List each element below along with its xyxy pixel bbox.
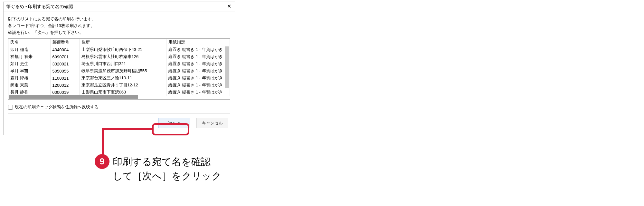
button-row: 次へ > キャンセル (8, 117, 230, 132)
dialog-title: 筆ぐるめ - 印刷する宛て名の確認 (6, 4, 73, 10)
cell-zip: 5050055 (50, 67, 79, 74)
print-confirm-dialog: 筆ぐるめ - 印刷する宛て名の確認 ✕ 以下のリストにある宛て名の印刷を行います… (3, 2, 235, 135)
cell-name: 神無月 有来 (8, 53, 50, 60)
cell-zip: 1100011 (50, 74, 79, 82)
titlebar: 筆ぐるめ - 印刷する宛て名の確認 ✕ (4, 2, 235, 12)
reflect-checkbox-row[interactable]: 現在の印刷チェック状態を住所録へ反映する (8, 104, 230, 110)
cell-address: 山梨県山梨市牧丘町西保下43-21 (79, 46, 166, 54)
instruction-line-2: 各レコード1部ずつ、合計13枚印刷されます。 (8, 23, 230, 29)
cell-paper: 縦置き 縦書き 1 - 年賀はがき (166, 53, 230, 60)
col-header-name[interactable]: 氏名 (8, 39, 50, 46)
cell-address: 東京都台東区三ノ輪110-11 (79, 74, 166, 82)
table-row[interactable]: 皐月 早苗 5050055 岐阜県美濃加茂市加茂野町稲辺555 縦置き 縦書き … (8, 67, 230, 74)
annotation-step-text: 印刷する宛て名を確認 して［次へ］をクリック (113, 155, 222, 183)
next-button[interactable]: 次へ > (158, 118, 190, 128)
close-icon[interactable]: ✕ (226, 4, 232, 10)
recipient-list: 氏名 郵便番号 住所 用紙指定 卯月 稲造 4040004 山梨県山梨市牧丘町西… (8, 38, 230, 100)
cell-name: 卯月 稲造 (8, 46, 50, 54)
table-row[interactable]: 神無月 有来 6990701 島根県出雲市大社町杵築東126 縦置き 縦書き 1… (8, 53, 230, 60)
cancel-button[interactable]: キャンセル (196, 118, 228, 128)
table-row[interactable]: 如月 更生 3320021 埼玉県川口市西川口321 縦置き 縦書き 1 - 年… (8, 60, 230, 67)
cell-address: 東京都足立区青井１丁目12-12 (79, 82, 166, 89)
recipient-table: 氏名 郵便番号 住所 用紙指定 卯月 稲造 4040004 山梨県山梨市牧丘町西… (8, 39, 230, 96)
cell-name: 師走 東葉 (8, 82, 50, 89)
horizontal-scrollbar[interactable] (9, 95, 138, 99)
cell-zip: 4040004 (50, 46, 79, 54)
cell-name: 皐月 早苗 (8, 67, 50, 74)
cell-address: 島根県出雲市大社町杵築東126 (79, 53, 166, 60)
reflect-checkbox-label: 現在の印刷チェック状態を住所録へ反映する (15, 104, 99, 110)
cell-address: 埼玉県川口市西川口321 (79, 60, 166, 67)
cell-paper: 縦置き 縦書き 1 - 年賀はがき (166, 89, 230, 96)
instructions: 以下のリストにある宛て名の印刷を行います。 各レコード1部ずつ、合計13枚印刷さ… (8, 16, 230, 36)
dialog-body: 以下のリストにある宛て名の印刷を行います。 各レコード1部ずつ、合計13枚印刷さ… (4, 12, 235, 135)
table-row[interactable]: 霜月 降雄 1100011 東京都台東区三ノ輪110-11 縦置き 縦書き 1 … (8, 74, 230, 82)
cell-paper: 縦置き 縦書き 1 - 年賀はがき (166, 46, 230, 54)
col-header-paper[interactable]: 用紙指定 (166, 39, 230, 46)
cell-paper: 縦置き 縦書き 1 - 年賀はがき (166, 60, 230, 67)
cell-address: 岐阜県美濃加茂市加茂野町稲辺555 (79, 67, 166, 74)
vertical-scrollbar[interactable] (225, 46, 229, 88)
col-header-zip[interactable]: 郵便番号 (50, 39, 79, 46)
col-header-address[interactable]: 住所 (79, 39, 166, 46)
cell-paper: 縦置き 縦書き 1 - 年賀はがき (166, 82, 230, 89)
cell-zip: 3320021 (50, 60, 79, 67)
annotation-step-number: 9 (95, 154, 109, 169)
instruction-line-3: 確認を行い、「次へ」を押して下さい。 (8, 29, 230, 36)
cell-name: 霜月 降雄 (8, 74, 50, 82)
reflect-checkbox[interactable] (8, 105, 13, 110)
table-header-row: 氏名 郵便番号 住所 用紙指定 (8, 39, 230, 46)
cell-paper: 縦置き 縦書き 1 - 年賀はがき (166, 67, 230, 74)
cell-name: 如月 更生 (8, 60, 50, 67)
table-row[interactable]: 卯月 稲造 4040004 山梨県山梨市牧丘町西保下43-21 縦置き 縦書き … (8, 46, 230, 54)
table-row[interactable]: 師走 東葉 1200012 東京都足立区青井１丁目12-12 縦置き 縦書き 1… (8, 82, 230, 89)
cell-zip: 6990701 (50, 53, 79, 60)
cell-paper: 縦置き 縦書き 1 - 年賀はがき (166, 74, 230, 82)
cell-zip: 1200012 (50, 82, 79, 89)
divider (8, 113, 230, 113)
instruction-line-1: 以下のリストにある宛て名の印刷を行います。 (8, 16, 230, 23)
